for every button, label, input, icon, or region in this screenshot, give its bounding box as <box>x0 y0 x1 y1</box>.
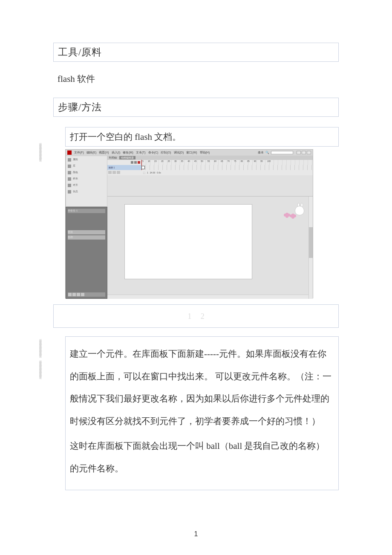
watermark-text: 精品资料欢迎下载精品资料欢迎下载精品资料欢迎下载精品资料欢迎下载精品资料欢迎下载 <box>38 337 42 350</box>
step2-paragraph-1: 建立一个元件。在库面板下面新建-----元件。如果库面板没有在你的面板上面，可以… <box>70 343 334 432</box>
panel-label: 属性 <box>73 158 78 162</box>
ruler-tick: 55 <box>208 160 210 162</box>
ruler-tick: 65 <box>221 160 223 162</box>
stage-area[interactable] <box>107 197 313 299</box>
menu-window[interactable]: 窗口(W) <box>186 150 197 155</box>
close-button[interactable] <box>307 151 311 154</box>
library-doc-name: 未命名-1 <box>68 209 78 212</box>
ruler-tick: 40 <box>187 160 190 162</box>
panel-label: 库 <box>73 164 75 168</box>
new-symbol-button[interactable] <box>68 293 72 296</box>
onion-skin-icon[interactable]: ⬚ <box>143 171 145 174</box>
step2-body: 建立一个元件。在库面板下面新建-----元件。如果库面板没有在你的面板上面，可以… <box>65 336 339 490</box>
ruler-tick: 60 <box>214 160 216 162</box>
flash-screenshot: 文件(F) 编辑(E) 视图(V) 插入(I) 修改(M) 文本(T) 命令(C… <box>65 149 339 298</box>
properties-button[interactable] <box>77 293 80 296</box>
keyframe-1[interactable] <box>141 166 145 169</box>
menu-view[interactable]: 视图(V) <box>99 150 109 155</box>
tools-item: flash 软件 <box>53 72 339 86</box>
ruler-tick: 35 <box>181 160 184 162</box>
ruler-tick: 5 <box>142 160 144 162</box>
menu-modify[interactable]: 修改(M) <box>123 150 133 155</box>
ruler-tick: 85 <box>247 160 250 162</box>
menu-edit[interactable]: 编辑(E) <box>86 150 96 155</box>
motion-editor-tab[interactable]: 动画编辑器 <box>119 156 135 159</box>
elapsed-time: 0.0s <box>157 171 161 174</box>
ruler-tick: 75 <box>234 160 236 162</box>
library-toolbar[interactable] <box>68 292 105 297</box>
menu-file[interactable]: 文件(F) <box>74 150 84 155</box>
outline-icon[interactable] <box>138 161 140 164</box>
panel-icon <box>68 171 71 174</box>
flash-app-window: 文件(F) 编辑(E) 视图(V) 插入(I) 修改(M) 文本(T) 命令(C… <box>65 149 313 298</box>
ruler-tick: 100 <box>267 160 271 162</box>
panel-label: 样本 <box>73 177 78 181</box>
library-search-label: 链接 <box>68 231 73 233</box>
step1-text: 打开一个空白的 flash 文档。 <box>65 127 339 147</box>
panel-label: 信息 <box>73 190 78 194</box>
panel-label: 颜色 <box>73 171 78 174</box>
page-number: 1 <box>0 530 392 538</box>
current-frame: 1 <box>147 171 148 174</box>
main-area: 时间轴 动画编辑器 5 10 15 <box>107 156 313 299</box>
menu-control[interactable]: 控制(O) <box>161 150 171 155</box>
workspace-label[interactable]: 基本 <box>258 150 264 155</box>
search-input[interactable] <box>271 151 293 154</box>
menu-bar[interactable]: 文件(F) 编辑(E) 视图(V) 插入(I) 修改(M) 文本(T) 命令(C… <box>74 150 210 155</box>
menu-help[interactable]: 帮助(H) <box>200 150 210 155</box>
layer-header-icons[interactable] <box>107 160 141 165</box>
library-name-header[interactable]: 名称 <box>68 235 105 240</box>
ruler-tick: 50 <box>201 160 203 162</box>
new-folder-button[interactable] <box>72 293 76 296</box>
eye-icon[interactable] <box>131 161 133 164</box>
menu-debug[interactable]: 调试(D) <box>174 150 184 155</box>
minimize-button[interactable] <box>297 151 301 154</box>
fps-value: 24.00 <box>150 171 156 174</box>
panel-icon <box>68 177 71 181</box>
layer-1[interactable]: 图层 1 <box>107 165 141 170</box>
steps-heading: 步骤/方法 <box>53 98 339 117</box>
ruler-tick: 80 <box>241 160 243 162</box>
new-layer-button[interactable] <box>108 171 112 174</box>
ruler-tick: 15 <box>154 160 157 162</box>
watermark-text: 精品资料欢迎下载精品资料欢迎下载精品资料欢迎下载精品资料欢迎下载精品资料欢迎下载 <box>38 141 42 320</box>
left-panels: 属性 库 颜色 样本 对齐 信息 未命名-1 链接 名称 <box>66 156 107 299</box>
delete-layer-button[interactable] <box>117 171 120 174</box>
menu-text[interactable]: 文本(T) <box>136 150 146 155</box>
frames-track[interactable] <box>141 165 313 170</box>
panel-label: 对齐 <box>73 183 78 187</box>
panel-icon <box>68 184 71 187</box>
vertical-scrollbar[interactable] <box>308 197 313 299</box>
ruler-tick: 45 <box>194 160 197 162</box>
timeline-tab[interactable]: 时间轴 <box>109 156 117 159</box>
library-panel[interactable]: 未命名-1 链接 名称 <box>66 207 107 299</box>
maximize-button[interactable] <box>302 151 306 154</box>
ruler-tick: 70 <box>228 160 230 162</box>
ruler-tick: 20 <box>161 160 164 162</box>
search-icon: 🔍 <box>265 151 269 154</box>
ruler-tick: 95 <box>260 160 263 162</box>
library-doc-dropdown[interactable]: 未命名-1 <box>68 209 105 213</box>
panel-icon <box>68 190 71 194</box>
frame-ruler[interactable]: 5 10 15 20 25 30 35 40 45 50 55 <box>141 160 313 165</box>
pager-row: 1 2 <box>53 304 339 328</box>
pager-num: 1 <box>187 312 191 321</box>
pager-num: 2 <box>201 312 205 321</box>
step2-paragraph-2: 这时在库面板下面就会出现一个叫 ball（ball 是我自己改的名称） 的元件名… <box>70 435 334 480</box>
menu-insert[interactable]: 插入(I) <box>112 150 121 155</box>
stage-canvas[interactable] <box>124 204 252 279</box>
panel-icon <box>68 165 71 168</box>
scroll-thumb[interactable] <box>309 227 313 258</box>
flash-titlebar: 文件(F) 编辑(E) 视图(V) 插入(I) 修改(M) 文本(T) 命令(C… <box>66 150 313 156</box>
lock-icon[interactable] <box>134 161 137 164</box>
delete-button[interactable] <box>81 293 84 296</box>
new-folder-button[interactable] <box>112 171 116 174</box>
horizontal-scrollbar[interactable] <box>107 295 308 299</box>
menu-commands[interactable]: 命令(C) <box>148 150 159 155</box>
layer-buttons[interactable] <box>107 170 141 175</box>
timeline-panel[interactable]: 时间轴 动画编辑器 5 10 15 <box>107 156 313 197</box>
library-search-row[interactable]: 链接 <box>68 230 105 234</box>
properties-panel[interactable]: 属性 库 颜色 样本 对齐 信息 <box>66 156 107 207</box>
timeline-status: ⬚ 1 24.00 0.0s <box>141 170 313 175</box>
tools-heading: 工具/原料 <box>53 43 339 62</box>
